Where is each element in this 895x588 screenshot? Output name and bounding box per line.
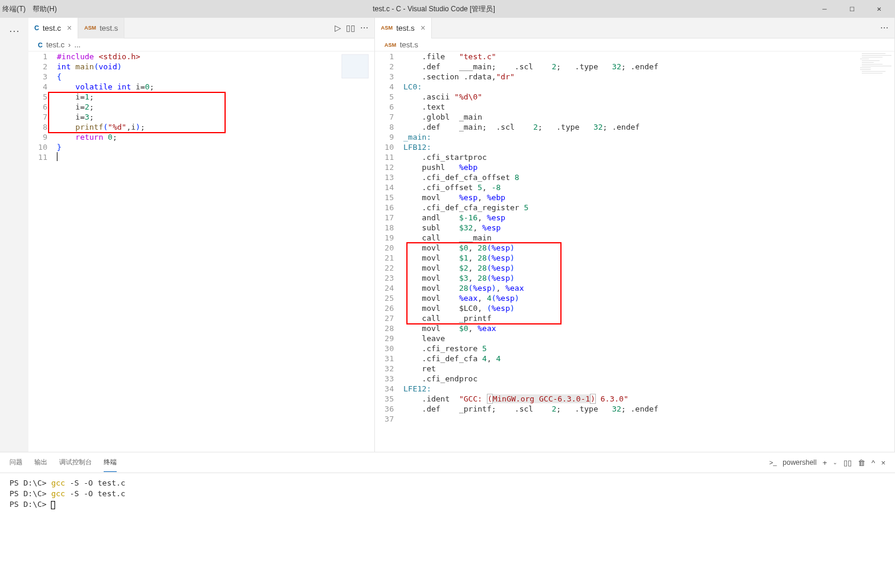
close-tab-icon[interactable]: × [65, 23, 72, 33]
more-icon[interactable]: ⋯ [7, 24, 21, 38]
code-line: .file "test.c" [403, 52, 894, 62]
minimize-button[interactable]: ─ [811, 0, 838, 18]
code-line: subl $32, %esp [403, 223, 894, 233]
tab-bar-left: Ctest.c×ASMtest.s ▷ ▯▯ ⋯ [28, 18, 374, 38]
code-line: .cfi_restore 5 [403, 343, 894, 354]
code-line: i=3; [57, 112, 374, 122]
code-line: LC0: [403, 82, 894, 92]
close-tab-icon[interactable]: × [418, 23, 425, 33]
line-numbers: 1234567891011 [28, 52, 57, 452]
code-line: movl $0, 28(%esp) [403, 243, 894, 253]
file-icon: ASM [381, 25, 393, 31]
panel-tab-debug[interactable]: 调试控制台 [59, 453, 92, 472]
code-line: int main(void) [57, 62, 374, 72]
code-line: movl 28(%esp), %eax [403, 283, 894, 293]
tab-bar-right: ASMtest.s× ⋯ [375, 18, 894, 38]
code-line: .cfi_endproc [403, 374, 894, 384]
menu-terminal[interactable]: 终端(T) [2, 4, 25, 14]
editor-content-right[interactable]: 1234567891011121314151617181920212223242… [375, 52, 894, 452]
file-icon: ASM [84, 25, 96, 31]
code-line: movl $1, 28(%esp) [403, 253, 894, 263]
code-line: .ident "GCC: (MinGW.org GCC-6.3.0-1) 6.3… [403, 394, 894, 404]
code-line: printf("%d",i); [57, 122, 374, 132]
editor-content-left[interactable]: 1234567891011 #include <stdio.h>int main… [28, 52, 374, 452]
code-line: movl %esp, %ebp [403, 192, 894, 203]
code-line: LFB12: [403, 142, 894, 152]
code-line [403, 414, 894, 424]
code-line: .ascii "%d\0" [403, 92, 894, 102]
terminal-dropdown-icon[interactable]: ⌄ [833, 460, 838, 465]
code-line: return 0; [57, 132, 374, 142]
panel-tab-problems[interactable]: 问题 [9, 453, 23, 472]
code-line: #include <stdio.h> [57, 52, 374, 62]
maximize-panel-icon[interactable]: ^ [871, 458, 875, 467]
breadcrumb-left[interactable]: C test.c › ... [28, 38, 374, 52]
more-actions-icon[interactable]: ⋯ [360, 23, 368, 33]
split-terminal-icon[interactable]: ▯▯ [843, 458, 852, 467]
code-line: volatile int i=0; [57, 82, 374, 92]
code-line: movl $2, 28(%esp) [403, 263, 894, 273]
new-terminal-icon[interactable]: + [823, 458, 827, 467]
breadcrumb-sep: › [68, 40, 70, 49]
code-line: LFE12: [403, 384, 894, 394]
tab-test.s[interactable]: ASMtest.s× [375, 18, 432, 38]
breadcrumb-right[interactable]: ASM test.s [375, 38, 894, 52]
run-icon[interactable]: ▷ [335, 23, 341, 33]
editor-pane-left: Ctest.c×ASMtest.s ▷ ▯▯ ⋯ C test.c › ... … [28, 18, 375, 452]
code-line: .cfi_def_cfa 4, 4 [403, 354, 894, 364]
code-line: } [57, 142, 374, 152]
code-line: { [57, 72, 374, 82]
terminal-line: PS D:\C> gcc -S -O test.c [9, 489, 886, 499]
code-line [57, 152, 374, 162]
more-actions-icon[interactable]: ⋯ [880, 23, 888, 33]
title-bar: 终端(T) 帮助(H) test.c - C - Visual Studio C… [0, 0, 895, 18]
code-line: .def _main; .scl 2; .type 32; .endef [403, 122, 894, 132]
code-line: i=1; [57, 92, 374, 102]
breadcrumb-more: ... [74, 40, 81, 49]
breadcrumb-file: test.c [46, 40, 65, 49]
panel-tab-output[interactable]: 输出 [34, 453, 47, 472]
tab-label: test.c [43, 24, 61, 33]
code-line: i=2; [57, 102, 374, 112]
code-line: .section .rdata,"dr" [403, 72, 894, 82]
code-line: .cfi_offset 5, -8 [403, 182, 894, 192]
code-line: .text [403, 102, 894, 112]
code-line: pushl %ebp [403, 162, 894, 172]
tab-test.c[interactable]: Ctest.c× [28, 18, 78, 38]
tab-test.s[interactable]: ASMtest.s [78, 18, 124, 38]
menu-help[interactable]: 帮助(H) [33, 4, 57, 14]
code-line: movl $3, 28(%esp) [403, 273, 894, 283]
code-line: movl %eax, 4(%esp) [403, 293, 894, 303]
code-line: .cfi_def_cfa_offset 8 [403, 172, 894, 182]
code-line: _main: [403, 132, 894, 142]
code-line: call _printf [403, 313, 894, 323]
activity-bar: ⋯ [0, 18, 28, 452]
code-line: .cfi_def_cfa_register 5 [403, 203, 894, 213]
bottom-panel: 问题 输出 调试控制台 终端 >_ powershell + ⌄ ▯▯ 🗑 ^ … [0, 452, 895, 588]
shell-name[interactable]: powershell [782, 458, 816, 467]
split-editor-icon[interactable]: ▯▯ [346, 23, 355, 33]
code-line: .def ___main; .scl 2; .type 32; .endef [403, 62, 894, 72]
close-panel-icon[interactable]: × [881, 458, 886, 467]
code-line: .def _printf; .scl 2; .type 32; .endef [403, 404, 894, 414]
code-line: leave [403, 333, 894, 343]
terminal-line: PS D:\C> gcc -S -O test.c [9, 478, 886, 489]
kill-terminal-icon[interactable]: 🗑 [858, 458, 865, 467]
code-line: .cfi_startproc [403, 152, 894, 162]
line-numbers: 1234567891011121314151617181920212223242… [375, 52, 403, 452]
panel-tab-terminal[interactable]: 终端 [104, 453, 117, 472]
breadcrumb-file: test.s [400, 40, 418, 49]
close-button[interactable]: ✕ [865, 0, 893, 18]
maximize-button[interactable]: ☐ [838, 0, 865, 18]
shell-icon: >_ [769, 459, 777, 466]
code-line: movl $0, %eax [403, 323, 894, 333]
terminal-cursor [51, 501, 55, 509]
code-line: movl $LC0, (%esp) [403, 303, 894, 313]
tab-label: test.s [100, 24, 118, 33]
tab-label: test.s [396, 24, 415, 33]
editor-pane-right: ASMtest.s× ⋯ ASM test.s 1234567891011121… [375, 18, 895, 452]
file-icon: C [34, 24, 39, 31]
code-line: andl $-16, %esp [403, 213, 894, 223]
code-line: .globl _main [403, 112, 894, 122]
terminal-content[interactable]: PS D:\C> gcc -S -O test.cPS D:\C> gcc -S… [0, 473, 895, 588]
